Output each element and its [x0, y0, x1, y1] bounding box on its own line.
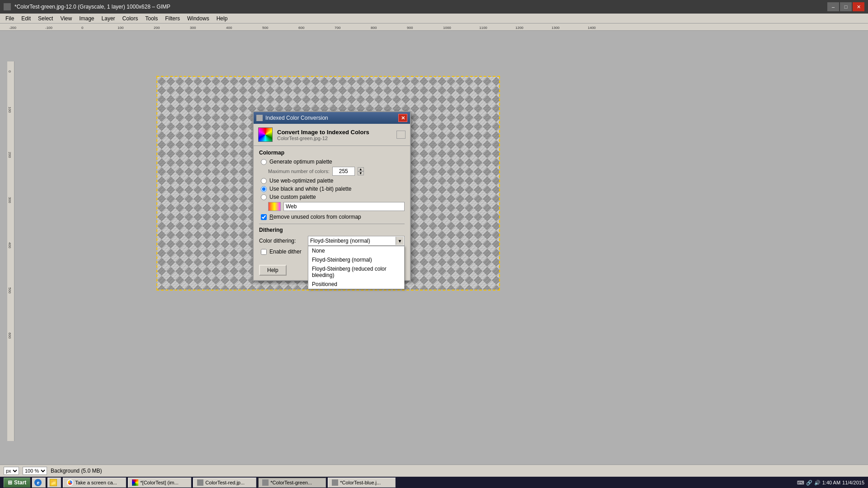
palette-name-input[interactable] — [283, 202, 405, 211]
keyboard-icon: ⌨ — [797, 480, 804, 486]
dropdown-option-floyd-steinberg[interactable]: Floyd-Steinberg (normal) — [308, 255, 404, 264]
window-title: *ColorTest-green.jpg-12.0 (Grayscale, 1 … — [14, 4, 170, 10]
radio-generate-input[interactable] — [261, 159, 267, 165]
zoom-level-select[interactable]: 100 % — [23, 467, 47, 475]
taskbar-blue[interactable]: *ColorTest-blue.j... — [328, 478, 396, 488]
menu-image[interactable]: Image — [75, 14, 98, 23]
taskbar-red-label: ColorTest-red.jp... — [205, 480, 245, 485]
dialog-title-icon — [256, 115, 263, 121]
taskbar-chrome[interactable]: Take a screen ca... — [63, 478, 126, 488]
ruler-mark: 1200 — [515, 26, 524, 30]
zoom-control: px — [4, 467, 19, 475]
ruler-mark: 1400 — [588, 26, 596, 30]
dialog-header-subtitle: ColorTest-green.jpg-12 — [277, 136, 369, 141]
radio-generate-label: Generate optimum palette — [269, 159, 332, 165]
help-button[interactable]: Help — [259, 265, 287, 276]
ruler-mark: 400 — [226, 26, 232, 30]
dialog-body: Colormap Generate optimum palette Maximu… — [254, 146, 410, 262]
maximize-button[interactable]: □ — [840, 2, 852, 11]
taskbar-chrome-label: Take a screen ca... — [75, 480, 117, 485]
ruler-mark: -100 — [45, 26, 52, 30]
spinner-down-button[interactable]: ▼ — [358, 171, 364, 175]
dialog-header: Convert Image to Indexed Colors ColorTes… — [254, 124, 410, 146]
window-controls: – □ ✕ — [827, 2, 864, 11]
enable-dither-label: Enable dither — [269, 249, 302, 255]
status-text: Background (5.0 MB) — [51, 468, 102, 474]
v-ruler-mark: 400 — [8, 242, 12, 248]
dropdown-option-positioned[interactable]: Positioned — [308, 280, 404, 289]
menu-windows[interactable]: Windows — [184, 14, 213, 23]
v-ruler-mark: 600 — [8, 333, 12, 338]
zoom-unit-select[interactable]: px — [4, 467, 19, 475]
dropdown-option-none[interactable]: None — [308, 246, 404, 255]
menu-file[interactable]: File — [2, 14, 18, 23]
colormap-section-label: Colormap — [259, 150, 405, 156]
network-icon: 🔗 — [806, 480, 812, 486]
ruler-mark: 800 — [371, 26, 377, 30]
dithering-section-label: Dithering — [259, 227, 405, 233]
taskbar-ie[interactable]: e — [32, 478, 46, 488]
ruler-mark: 1300 — [552, 26, 560, 30]
horizontal-ruler: -200 -100 0 100 200 300 400 500 600 700 … — [0, 23, 868, 31]
ruler-mark: 300 — [190, 26, 196, 30]
taskbar-explorer[interactable]: 📁 — [47, 478, 61, 488]
max-colors-row: Maximum number of colors: ▲ ▼ — [259, 167, 405, 176]
v-ruler-mark: 500 — [8, 287, 12, 293]
dialog-header-title: Convert Image to Indexed Colors — [277, 129, 369, 136]
remove-unused-checkbox[interactable] — [261, 214, 267, 220]
menu-help[interactable]: Help — [213, 14, 231, 23]
start-label: Start — [14, 479, 26, 486]
section-separator — [259, 224, 405, 224]
radio-bw-palette: Use black and white (1-bit) palette — [259, 186, 405, 192]
indexed-color-dialog: Indexed Color Conversion ✕ Convert Image… — [253, 111, 411, 281]
color-dithering-input[interactable] — [308, 236, 405, 246]
title-bar: *ColorTest-green.jpg-12.0 (Grayscale, 1 … — [0, 0, 868, 14]
max-colors-input[interactable] — [332, 167, 355, 176]
minimize-button[interactable]: – — [827, 2, 839, 11]
enable-dither-checkbox[interactable] — [261, 249, 267, 255]
vertical-ruler: 0 100 200 300 400 500 600 — [7, 61, 14, 441]
palette-row — [259, 202, 405, 211]
radio-bw-label: Use black and white (1-bit) palette — [269, 186, 351, 192]
menu-tools[interactable]: Tools — [142, 14, 161, 23]
clock-date: 11/4/2015 — [842, 480, 864, 485]
v-ruler-mark: 200 — [8, 152, 12, 158]
taskbar-green[interactable]: *ColorTest-green... — [258, 478, 326, 488]
menu-colors[interactable]: Colors — [119, 14, 142, 23]
color-dithering-label: Color dithering: — [259, 238, 304, 244]
radio-custom-label: Use custom palette — [269, 194, 316, 200]
menu-bar: File Edit Select View Image Layer Colors… — [0, 14, 868, 23]
start-button[interactable]: ⊞ Start — [4, 478, 30, 488]
ruler-mark: 900 — [407, 26, 413, 30]
menu-filters[interactable]: Filters — [161, 14, 184, 23]
menu-view[interactable]: View — [57, 14, 75, 23]
window-close-button[interactable]: ✕ — [853, 2, 864, 11]
color-palette-icon — [258, 127, 273, 142]
spinner-up-button[interactable]: ▲ — [358, 167, 364, 171]
v-ruler-mark: 100 — [8, 107, 12, 113]
taskbar-red[interactable]: ColorTest-red.jp... — [193, 478, 256, 488]
v-ruler-mark: 0 — [8, 70, 12, 72]
menu-layer[interactable]: Layer — [98, 14, 119, 23]
taskbar-blue-label: *ColorTest-blue.j... — [340, 480, 381, 485]
dialog-close-button[interactable]: ✕ — [398, 114, 407, 122]
system-tray: ⌨ 🔗 🔊 1:40 AM 11/4/2015 — [797, 480, 864, 486]
menu-select[interactable]: Select — [34, 14, 57, 23]
radio-generate-optimum: Generate optimum palette — [259, 159, 405, 165]
radio-web-input[interactable] — [261, 178, 267, 184]
color-dithering-select-wrapper: ▼ None Floyd-Steinberg (normal) Floyd-St… — [308, 236, 405, 246]
dropdown-option-floyd-steinberg-reduced[interactable]: Floyd-Steinberg (reduced color bleeding) — [308, 264, 404, 280]
dialog-header-button[interactable] — [396, 131, 406, 139]
radio-bw-input[interactable] — [261, 186, 267, 192]
remove-unused-row: Remove unused colors from colormap — [259, 214, 405, 220]
ruler-mark: 0 — [81, 26, 83, 30]
ruler-mark: 1000 — [443, 26, 451, 30]
palette-preview-icon — [268, 202, 281, 211]
radio-custom-input[interactable] — [261, 194, 267, 200]
ruler-mark: 100 — [118, 26, 123, 30]
main-canvas-area: 0 100 200 300 400 500 600 — [7, 31, 868, 465]
taskbar-gimp-colortest[interactable]: *[ColorTest] (im... — [128, 478, 191, 488]
menu-edit[interactable]: Edit — [18, 14, 34, 23]
dialog-titlebar: Indexed Color Conversion ✕ — [254, 112, 410, 124]
remove-unused-label: Remove unused colors from colormap — [269, 214, 361, 220]
